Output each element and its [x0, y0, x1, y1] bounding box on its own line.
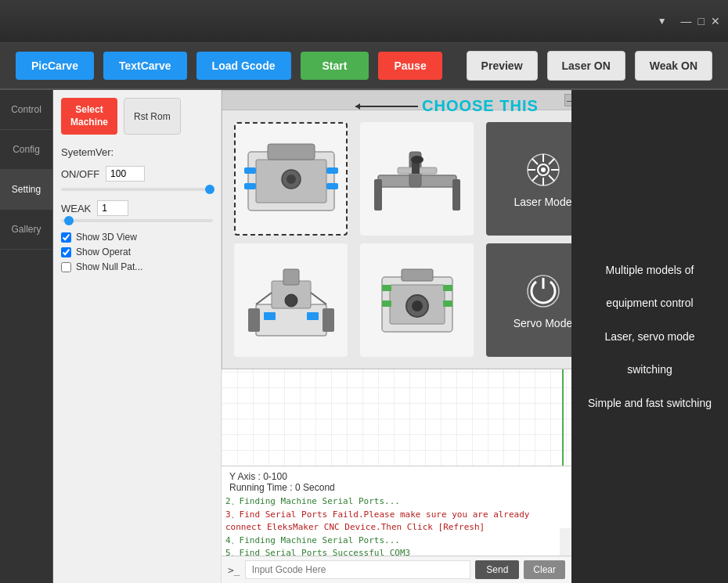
show-null-checkbox[interactable]	[61, 262, 71, 272]
log-line: 4、Finding Machine Serial Ports...	[225, 534, 556, 548]
machine-popup: — □ ✕ CHOOSE THIS	[222, 90, 571, 369]
start-button[interactable]: Start	[301, 52, 369, 80]
close-icon[interactable]: ✕	[711, 15, 720, 27]
svg-line-23	[549, 159, 554, 164]
load-gcode-button[interactable]: Load Gcode	[196, 52, 291, 80]
svg-line-24	[532, 175, 538, 181]
running-time-status: Running Time : 0 Second	[229, 482, 564, 493]
svg-rect-43	[443, 285, 452, 291]
clear-button[interactable]: Clear	[524, 560, 565, 579]
log-line: 3、Find Serial Ports Faild.Please make su…	[225, 509, 556, 534]
machine-3-image	[240, 257, 342, 344]
sidebar-item-control[interactable]: Control	[0, 90, 52, 130]
laser-on-button[interactable]: Laser ON	[547, 51, 625, 81]
right-panel-line5: Simple and fast switching	[587, 394, 712, 412]
show-operat-checkbox[interactable]	[61, 247, 71, 257]
weak-row: WEAK	[61, 200, 213, 216]
svg-rect-29	[283, 269, 299, 285]
rst-rom-button[interactable]: Rst Rom	[124, 98, 181, 135]
svg-line-34	[311, 293, 326, 304]
show-3d-checkbox[interactable]	[61, 232, 71, 243]
on-off-slider-container	[61, 188, 213, 191]
send-button[interactable]: Send	[475, 560, 519, 579]
svg-point-32	[285, 294, 297, 307]
popup-content: Laser Mode	[222, 110, 571, 369]
toolbar: PicCarve TextCarve Load Gcode Start Paus…	[0, 43, 728, 90]
machine-card-2[interactable]	[360, 122, 474, 236]
svg-line-21	[532, 159, 538, 164]
text-carve-button[interactable]: TextCarve	[103, 52, 187, 80]
svg-rect-35	[264, 312, 276, 320]
right-panel-line3: Laser, servo mode	[587, 328, 712, 345]
maximize-icon[interactable]: □	[698, 15, 705, 27]
gcode-input[interactable]	[245, 560, 471, 579]
svg-rect-44	[382, 300, 391, 307]
svg-rect-45	[443, 300, 452, 307]
window-controls: ▼ — □ ✕	[658, 15, 720, 27]
svg-point-41	[412, 300, 423, 311]
popup-titlebar: — □ ✕	[222, 91, 571, 110]
title-bar: ▼ — □ ✕	[0, 0, 728, 43]
weak-slider-container	[61, 219, 213, 222]
svg-line-33	[256, 293, 272, 304]
machine-card-3[interactable]	[234, 243, 348, 357]
right-panel-line2: equipment control	[587, 294, 712, 311]
svg-rect-5	[244, 167, 256, 174]
on-off-input[interactable]	[106, 166, 145, 182]
main-layout: Control Config Setting Gallery SelectMac…	[0, 90, 728, 583]
svg-point-26	[541, 167, 546, 172]
svg-rect-7	[244, 183, 256, 189]
show-null-row: Show Null Pat...	[61, 261, 213, 272]
preview-button[interactable]: Preview	[467, 51, 538, 81]
log-line: 5、Find Serial Ports Successful COM3	[225, 547, 556, 556]
show-operat-row: Show Operat	[61, 247, 213, 257]
wifi-icon: ▼	[658, 16, 667, 27]
svg-rect-39	[402, 269, 433, 281]
laser-mode-button[interactable]: Laser Mode	[486, 122, 571, 236]
sidebar-item-setting[interactable]: Setting	[0, 170, 52, 210]
svg-rect-36	[307, 312, 319, 320]
right-panel-line1: Multiple models of	[587, 261, 712, 279]
svg-rect-11	[374, 179, 382, 211]
machine-4-image	[366, 257, 468, 344]
svg-rect-31	[323, 308, 334, 332]
svg-rect-2	[268, 144, 315, 160]
svg-rect-8	[326, 183, 338, 189]
svg-line-22	[549, 175, 554, 181]
console-log-area: 2、Finding Machine Serial Ports...3、Find …	[222, 493, 560, 556]
machine-card-1[interactable]	[234, 122, 348, 236]
pic-carve-button[interactable]: PicCarve	[16, 52, 94, 80]
sidebar: Control Config Setting Gallery	[0, 90, 53, 583]
on-off-slider[interactable]	[61, 188, 213, 191]
weak-input[interactable]	[97, 200, 128, 216]
right-info-panel: Multiple models of equipment control Las…	[571, 90, 728, 583]
svg-rect-12	[452, 179, 460, 211]
gcode-prompt: >_	[228, 564, 240, 576]
control-panel: SelectMachine Rst Rom SyetemVer: ON/OFF …	[53, 90, 222, 583]
popup-minimize-button[interactable]: —	[564, 94, 571, 106]
weak-slider[interactable]	[61, 219, 213, 222]
sidebar-item-config[interactable]: Config	[0, 130, 52, 170]
svg-rect-6	[326, 167, 338, 174]
system-ver-label: SyetemVer:	[61, 146, 213, 158]
servo-icon	[524, 272, 563, 311]
gcode-input-bar: >_ Send Clear	[222, 556, 571, 583]
minimize-icon[interactable]: —	[681, 15, 692, 27]
control-top-buttons: SelectMachine Rst Rom	[61, 98, 213, 135]
log-line: 2、Finding Machine Serial Ports...	[225, 495, 556, 509]
machine-card-4[interactable]	[360, 243, 474, 357]
show-3d-row: Show 3D View	[61, 232, 213, 243]
pause-button[interactable]: Pause	[378, 52, 441, 80]
svg-rect-30	[248, 308, 260, 332]
machine-2-image	[366, 136, 468, 222]
sidebar-item-gallery[interactable]: Gallery	[0, 210, 52, 250]
servo-mode-button[interactable]: Servo Mode	[486, 243, 571, 357]
right-panel-line4: switching	[587, 361, 712, 378]
y-axis-status: Y Axis : 0-100	[229, 471, 564, 482]
content-area: SelectMachine Rst Rom SyetemVer: ON/OFF …	[53, 90, 571, 583]
select-machine-button[interactable]: SelectMachine	[61, 98, 117, 135]
svg-point-15	[411, 156, 423, 164]
weak-on-button[interactable]: Weak ON	[635, 51, 712, 81]
svg-rect-42	[382, 285, 391, 291]
laser-icon	[524, 150, 563, 189]
